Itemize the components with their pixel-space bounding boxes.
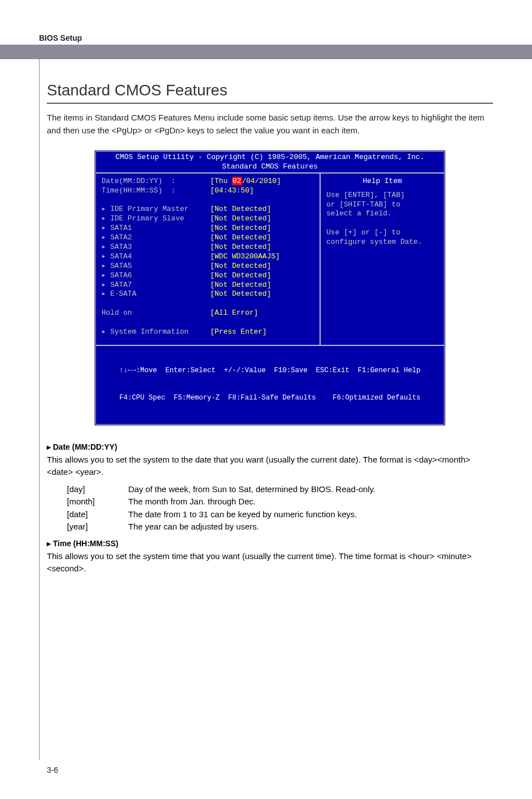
bios-row: ▸ SATA3[Not Detected] xyxy=(101,243,314,252)
bios-row-value: [WDC WD3200AAJS] xyxy=(210,252,314,262)
bios-row-value: [Not Detected] xyxy=(210,281,314,290)
definition-value: The month from Jan. through Dec. xyxy=(128,495,493,508)
definition-key: [month] xyxy=(67,495,128,508)
bios-row-label: ▸ SATA6 xyxy=(101,271,210,281)
bios-row-value: [Not Detected] xyxy=(210,205,314,214)
bios-row-value: [Thu 02/04/2010] xyxy=(210,177,314,186)
bios-row-label: Date(MM:DD:YY) : xyxy=(101,177,210,186)
bios-footer-line1: ↑↓←→:Move Enter:Select +/-/:Value F10:Sa… xyxy=(99,366,441,375)
bios-row-label: ▸ E-SATA xyxy=(101,290,210,299)
bios-row-label: ▸ SATA2 xyxy=(101,233,210,243)
definition-value: Day of the week, from Sun to Sat, determ… xyxy=(128,483,493,496)
triangle-right-icon: ▸ xyxy=(47,442,51,451)
header-bar xyxy=(0,45,532,59)
bios-row-value: [Not Detected] xyxy=(210,224,314,233)
section-heading: ▸Date (MM:DD:YY) xyxy=(47,442,493,451)
bios-row-label: ▸ SATA5 xyxy=(101,262,210,271)
bios-help-title: Help Item xyxy=(326,177,438,186)
bios-row-value: [04:43:50] xyxy=(210,186,314,196)
definition-list: [day]Day of the week, from Sun to Sat, d… xyxy=(67,483,493,533)
bios-row-value: [Not Detected] xyxy=(210,214,314,224)
definition-key: [day] xyxy=(67,483,128,496)
triangle-right-icon: ▸ xyxy=(47,539,51,548)
definition-key: [year] xyxy=(67,521,128,533)
bios-row-label: ▸ System Information xyxy=(101,328,210,337)
bios-row xyxy=(101,318,314,328)
intro-paragraph: The items in Standard CMOS Features Menu… xyxy=(47,112,493,137)
bios-row: ▸ SATA7[Not Detected] xyxy=(101,281,314,290)
bios-row: ▸ SATA5[Not Detected] xyxy=(101,262,314,271)
bios-row-label: ▸ SATA1 xyxy=(101,224,210,233)
section-body: This allows you to set the system to the… xyxy=(47,454,493,479)
bios-row-value: [Not Detected] xyxy=(210,233,314,243)
bios-left-pane: Date(MM:DD:YY) :[Thu 02/04/2010]Time(HH:… xyxy=(96,174,320,345)
bios-row-label: ▸ SATA7 xyxy=(101,281,210,290)
bios-help-line: select a field. xyxy=(326,209,438,219)
bios-help-line: Use [+] or [-] to xyxy=(326,228,438,238)
bios-row: ▸ SATA4[WDC WD3200AAJS] xyxy=(101,252,314,262)
bios-row xyxy=(101,196,314,205)
bios-title: CMOS Setup Utility - Copyright (C) 1985-… xyxy=(96,152,444,174)
page-title: Standard CMOS Features xyxy=(47,81,493,99)
bios-row-label: Time(HH:MM:SS) : xyxy=(101,186,210,196)
bios-row: Date(MM:DD:YY) :[Thu 02/04/2010] xyxy=(101,177,314,186)
left-margin-rule xyxy=(39,54,40,760)
bios-row: ▸ IDE Primary Slave[Not Detected] xyxy=(101,214,314,224)
bios-help-line: configure system Date. xyxy=(326,238,438,247)
bios-row: ▸ System Information[Press Enter] xyxy=(101,328,314,337)
bios-help-line: Use [ENTER], [TAB] xyxy=(326,191,438,200)
bios-row: ▸ IDE Primary Master[Not Detected] xyxy=(101,205,314,214)
section-body: This allows you to set the system time t… xyxy=(47,550,493,575)
bios-row: Hold on[All Error] xyxy=(101,309,314,318)
definition-key: [date] xyxy=(67,508,128,521)
bios-row-label: Hold on xyxy=(101,309,210,318)
bios-row: Time(HH:MM:SS) :[04:43:50] xyxy=(101,186,314,196)
bios-row: ▸ SATA1[Not Detected] xyxy=(101,224,314,233)
bios-row: ▸ SATA6[Not Detected] xyxy=(101,271,314,281)
title-underline xyxy=(47,103,493,104)
bios-screenshot: CMOS Setup Utility - Copyright (C) 1985-… xyxy=(94,150,446,426)
bios-row: ▸ E-SATA[Not Detected] xyxy=(101,290,314,299)
definition-row: [date]The date from 1 to 31 can be keyed… xyxy=(67,508,493,521)
bios-row-value: [Not Detected] xyxy=(210,243,314,252)
bios-help-pane: Help Item Use [ENTER], [TAB]or [SHIFT-TA… xyxy=(320,174,444,345)
bios-footer-line2: F4:CPU Spec F5:Memory-Z F8:Fail-Safe Def… xyxy=(99,393,441,402)
definition-row: [month]The month from Jan. through Dec. xyxy=(67,495,493,508)
bios-selected-value: 02 xyxy=(232,177,242,185)
header-label: BIOS Setup xyxy=(39,33,493,42)
bios-row-label: ▸ IDE Primary Slave xyxy=(101,214,210,224)
bios-row-label: ▸ IDE Primary Master xyxy=(101,205,210,214)
bios-title-line2: Standard CMOS Features xyxy=(96,162,444,172)
section-heading: ▸Time (HH:MM:SS) xyxy=(47,539,493,548)
definition-row: [day]Day of the week, from Sun to Sat, d… xyxy=(67,483,493,496)
bios-row-label: ▸ SATA3 xyxy=(101,243,210,252)
bios-row-value: [All Error] xyxy=(210,309,314,318)
bios-row-label: ▸ SATA4 xyxy=(101,252,210,262)
bios-row-value: [Not Detected] xyxy=(210,262,314,271)
bios-title-line1: CMOS Setup Utility - Copyright (C) 1985-… xyxy=(96,153,444,162)
bios-row-value: [Press Enter] xyxy=(210,328,314,337)
bios-row xyxy=(101,299,314,309)
definition-value: The date from 1 to 31 can be keyed by nu… xyxy=(128,508,493,521)
definition-value: The year can be adjusted by users. xyxy=(128,521,493,533)
bios-help-line xyxy=(326,219,438,228)
bios-row-value: [Not Detected] xyxy=(210,290,314,299)
definition-row: [year]The year can be adjusted by users. xyxy=(67,521,493,533)
bios-footer: ↑↓←→:Move Enter:Select +/-/:Value F10:Sa… xyxy=(96,346,444,424)
bios-help-line: or [SHIFT-TAB] to xyxy=(326,200,438,210)
page-number: 3-6 xyxy=(47,766,58,774)
bios-row-value: [Not Detected] xyxy=(210,271,314,281)
bios-row: ▸ SATA2[Not Detected] xyxy=(101,233,314,243)
